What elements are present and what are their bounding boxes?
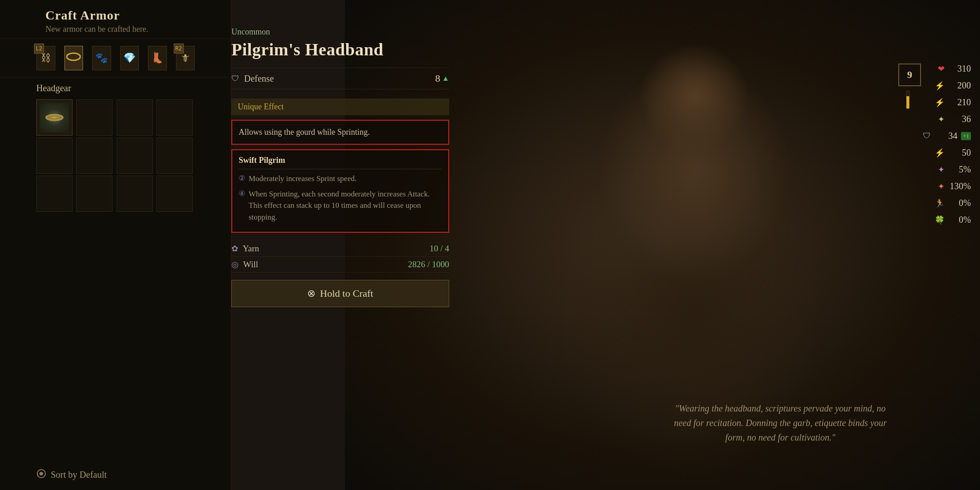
headgear-icon: ⛓	[41, 52, 51, 64]
trinket-icon: 💎	[123, 52, 136, 64]
critical-icon: ✦	[938, 181, 945, 191]
grid-cell-empty-5[interactable]	[76, 137, 113, 174]
grid-cell-empty-10[interactable]	[117, 176, 153, 212]
detail-panel: Uncommon Pilgrim's Headband 🛡 Defense 8 …	[231, 27, 449, 307]
stat-row-resistance: ✦ 5%	[916, 164, 971, 175]
gloves-icon: 🐾	[95, 52, 108, 64]
swift-effect-icon-2: ④	[239, 189, 245, 198]
stat-row-critical: ✦ 130%	[916, 181, 971, 191]
grid-cell-empty-7[interactable]	[157, 137, 193, 174]
craft-button-label: Hold to Craft	[320, 288, 373, 299]
tab-gloves[interactable]: 🐾	[92, 46, 111, 70]
stat-row-hp: ❤ 310	[916, 64, 971, 74]
grid-cell-empty-3[interactable]	[157, 99, 193, 136]
swift-effect-row-2: ④ When Sprinting, each second moderately…	[239, 188, 442, 223]
stat-row-defense: 🛡 34 +1	[916, 131, 971, 141]
unique-effect-box: Allows using the gourd while Sprinting.	[231, 120, 449, 145]
tab-trinket[interactable]: 💎	[120, 46, 139, 70]
grid-cell-headband[interactable]	[36, 99, 73, 136]
tab-badge-r2: R2	[174, 44, 184, 54]
yarn-count: 10 / 4	[430, 244, 449, 254]
swift-effect-row-1: ② Moderately increases Sprint speed.	[239, 173, 442, 185]
defense-stat-value: 34	[935, 131, 957, 141]
attack-icon: ✦	[938, 114, 945, 124]
item-thumbnail	[37, 100, 72, 135]
stats-panel: ❤ 310 ⚡ 200 ⚡ 210 ✦ 36 🛡 34 +1 ⚡ 50 ✦ 5%…	[916, 64, 971, 231]
grid-cell-empty-9[interactable]	[76, 176, 113, 212]
stat-row-stamina: ⚡ 200	[916, 80, 971, 91]
speed-icon: ⚡	[935, 148, 945, 158]
hp-icon: ❤	[938, 64, 945, 74]
page-title: Craft Armor	[45, 8, 186, 23]
will-name-wrap: ◎ Will	[231, 260, 258, 270]
grid-cell-empty-1[interactable]	[76, 99, 113, 136]
defense-up-arrow: ▲	[442, 74, 449, 83]
stat-row-focus: ⚡ 210	[916, 97, 971, 108]
stamina-icon: ⚡	[935, 81, 945, 91]
item-quote: "Wearing the headband, scriptures pervad…	[671, 401, 889, 445]
page-subtitle: New armor can be crafted here.	[45, 24, 186, 34]
craft-button[interactable]: ⊗ Hold to Craft	[231, 280, 449, 307]
sort-label: Sort by Default	[51, 470, 107, 480]
item-name: Pilgrim's Headband	[231, 39, 449, 59]
stat-row-attack: ✦ 36	[916, 114, 971, 124]
defense-stat-icon: 🛡	[923, 131, 931, 141]
resistance-icon: ✦	[938, 165, 945, 175]
svg-point-0	[67, 53, 80, 60]
swift-pilgrim-box: Swift Pilgrim ② Moderately increases Spr…	[231, 149, 449, 233]
luck-value: 0%	[948, 215, 971, 225]
stat-defense-label: Defense	[244, 74, 274, 84]
category-tabs: L2 ⛓ 🐾 💎 👢 R2 🗡	[0, 39, 231, 78]
grid-cell-empty-8[interactable]	[36, 176, 73, 212]
defense-number: 8	[435, 73, 440, 84]
unique-effect-text: Allows using the gourd while Sprinting.	[239, 126, 442, 138]
focus-value: 210	[948, 97, 971, 108]
items-grid	[0, 97, 231, 214]
hp-value: 310	[948, 64, 971, 74]
critical-value: 130%	[948, 181, 971, 191]
will-count: 2826 / 1000	[408, 260, 449, 270]
stat-name-wrap: 🛡 Defense	[231, 74, 274, 84]
material-row-will: ◎ Will 2826 / 1000	[231, 257, 449, 273]
speed-value: 50	[948, 147, 971, 158]
stat-defense-value: 8 ▲	[435, 73, 449, 84]
torso-icon	[66, 52, 81, 64]
luck-icon: 🍀	[935, 215, 945, 225]
will-label: Will	[243, 260, 258, 270]
will-icon: ◎	[231, 260, 239, 270]
tab-badge-l2: L2	[34, 44, 44, 54]
unique-effect-label: Unique Effect	[238, 102, 284, 111]
item-rarity: Uncommon	[231, 27, 449, 37]
tab-back[interactable]: R2 🗡	[176, 46, 195, 70]
left-panel: Craft Armor New armor can be crafted her…	[0, 0, 231, 490]
yarn-name-wrap: ✿ Yarn	[231, 244, 259, 254]
title-area: Craft Armor New armor can be crafted her…	[0, 0, 231, 39]
grid-cell-empty-6[interactable]	[117, 137, 153, 174]
tab-boots[interactable]: 👢	[148, 46, 167, 70]
defense-icon: 🛡	[231, 74, 240, 83]
swift-effect-icon-1: ②	[239, 174, 245, 182]
grid-cell-empty-4[interactable]	[36, 137, 73, 174]
sort-icon	[36, 469, 46, 481]
svg-point-2	[39, 472, 43, 475]
agility-value: 0%	[948, 198, 971, 208]
sort-area[interactable]: Sort by Default	[36, 469, 107, 481]
grid-cell-empty-2[interactable]	[117, 99, 153, 136]
swift-pilgrim-title: Swift Pilgrim	[239, 156, 442, 169]
boots-icon: 👢	[151, 52, 163, 64]
swift-effect-text-1: Moderately increases Sprint speed.	[249, 173, 357, 185]
stamina-value: 200	[948, 80, 971, 91]
grid-cell-empty-11[interactable]	[157, 176, 193, 212]
stat-row-speed: ⚡ 50	[916, 147, 971, 158]
tab-headgear[interactable]: L2 ⛓	[36, 46, 55, 70]
craft-button-icon: ⊗	[307, 288, 315, 299]
attack-value: 36	[948, 114, 971, 124]
category-label: Headgear	[0, 78, 231, 97]
agility-icon: 🏃	[935, 198, 945, 208]
defense-bonus-badge: +1	[961, 132, 971, 140]
level-number: 9	[907, 69, 912, 81]
tab-torso[interactable]	[64, 46, 83, 70]
defense-stat-row: 🛡 Defense 8 ▲	[231, 68, 449, 89]
materials-section: ✿ Yarn 10 / 4 ◎ Will 2826 / 1000	[231, 241, 449, 273]
stat-row-luck: 🍀 0%	[916, 215, 971, 225]
